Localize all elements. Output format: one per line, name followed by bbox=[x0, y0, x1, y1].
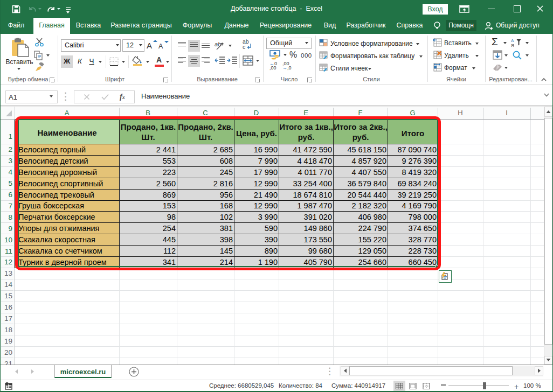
svg-text:c: c bbox=[243, 44, 245, 50]
svg-text:А: А bbox=[511, 38, 514, 43]
svg-text:Я: Я bbox=[511, 43, 514, 47]
